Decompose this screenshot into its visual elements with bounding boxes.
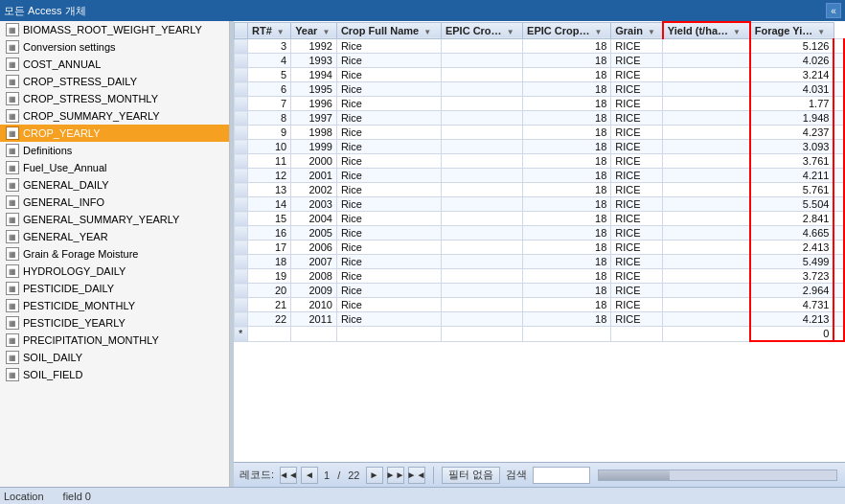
cell-16-8[interactable] — [834, 269, 844, 284]
table-row[interactable]: 112000Rice18RICE3.761 — [235, 154, 845, 169]
cell-3-5[interactable]: RICE — [611, 82, 663, 97]
cell-11-2[interactable]: Rice — [336, 197, 441, 212]
cell-14-6[interactable] — [663, 241, 750, 255]
sidebar-item-5[interactable]: ▦CROP_SUMMARY_YEARLY — [0, 107, 229, 125]
sidebar-item-17[interactable]: ▦PESTICIDE_YEARLY — [0, 314, 229, 332]
cell-18-1[interactable]: 2010 — [291, 298, 337, 312]
search-input[interactable] — [533, 467, 590, 484]
sidebar-item-9[interactable]: ▦GENERAL_DAILY — [0, 176, 229, 194]
cell-0-5[interactable]: RICE — [611, 39, 663, 54]
new-cell-2[interactable] — [336, 327, 441, 342]
cell-18-7[interactable]: 4.731 — [750, 298, 834, 312]
col-header-3[interactable]: EPIC Cro… ▼ — [441, 22, 522, 39]
cell-4-3[interactable] — [441, 97, 522, 111]
cell-5-1[interactable]: 1997 — [291, 111, 337, 126]
cell-3-7[interactable]: 4.031 — [750, 82, 834, 97]
cell-1-1[interactable]: 1993 — [291, 54, 337, 68]
cell-9-1[interactable]: 2001 — [291, 169, 337, 183]
cell-9-3[interactable] — [441, 169, 522, 183]
cell-3-1[interactable]: 1995 — [291, 82, 337, 97]
table-row[interactable]: 172006Rice18RICE2.413 — [235, 241, 845, 255]
cell-6-7[interactable]: 4.237 — [750, 126, 834, 140]
cell-5-8[interactable] — [834, 111, 844, 126]
cell-19-8[interactable] — [834, 312, 844, 327]
cell-8-5[interactable]: RICE — [611, 154, 663, 169]
cell-12-4[interactable]: 18 — [523, 212, 611, 226]
cell-9-5[interactable]: RICE — [611, 169, 663, 183]
sidebar-item-6[interactable]: ▦CROP_YEARLY — [0, 125, 229, 142]
cell-16-0[interactable]: 19 — [248, 269, 291, 284]
cell-8-4[interactable]: 18 — [523, 154, 611, 169]
cell-4-0[interactable]: 7 — [248, 97, 291, 111]
cell-7-5[interactable]: RICE — [611, 140, 663, 154]
cell-7-7[interactable]: 3.093 — [750, 140, 834, 154]
cell-17-4[interactable]: 18 — [523, 284, 611, 298]
cell-18-5[interactable]: RICE — [611, 298, 663, 312]
cell-2-5[interactable]: RICE — [611, 68, 663, 82]
table-row[interactable]: 152004Rice18RICE2.841 — [235, 212, 845, 226]
cell-9-2[interactable]: Rice — [336, 169, 441, 183]
cell-4-4[interactable]: 18 — [523, 97, 611, 111]
cell-15-2[interactable]: Rice — [336, 255, 441, 269]
cell-8-3[interactable] — [441, 154, 522, 169]
cell-19-0[interactable]: 22 — [248, 312, 291, 327]
new-cell-5[interactable] — [611, 327, 663, 342]
cell-0-6[interactable] — [663, 39, 750, 54]
cell-9-4[interactable]: 18 — [523, 169, 611, 183]
cell-19-7[interactable]: 4.213 — [750, 312, 834, 327]
cell-7-0[interactable]: 10 — [248, 140, 291, 154]
cell-3-0[interactable]: 6 — [248, 82, 291, 97]
cell-17-7[interactable]: 2.964 — [750, 284, 834, 298]
table-row[interactable]: 132002Rice18RICE5.761 — [235, 183, 845, 197]
cell-2-2[interactable]: Rice — [336, 68, 441, 82]
cell-10-4[interactable]: 18 — [523, 183, 611, 197]
cell-8-7[interactable]: 3.761 — [750, 154, 834, 169]
sidebar-item-20[interactable]: ▦SOIL_FIELD — [0, 366, 229, 383]
cell-0-8[interactable] — [834, 39, 844, 54]
cell-13-1[interactable]: 2005 — [291, 226, 337, 241]
horizontal-scrollbar[interactable] — [598, 470, 837, 481]
sidebar-item-7[interactable]: ▦Definitions — [0, 142, 229, 159]
cell-13-2[interactable]: Rice — [336, 226, 441, 241]
cell-5-6[interactable] — [663, 111, 750, 126]
cell-11-7[interactable]: 5.504 — [750, 197, 834, 212]
sidebar-item-4[interactable]: ▦CROP_STRESS_MONTHLY — [0, 90, 229, 107]
nav-new-button[interactable]: ►◄ — [408, 467, 425, 484]
cell-14-1[interactable]: 2006 — [291, 241, 337, 255]
table-row[interactable]: 162005Rice18RICE4.665 — [235, 226, 845, 241]
cell-16-5[interactable]: RICE — [611, 269, 663, 284]
cell-8-0[interactable]: 11 — [248, 154, 291, 169]
col-header-0[interactable]: RT# ▼ — [248, 22, 291, 39]
cell-2-7[interactable]: 3.214 — [750, 68, 834, 82]
cell-2-8[interactable] — [834, 68, 844, 82]
cell-13-3[interactable] — [441, 226, 522, 241]
cell-0-0[interactable]: 3 — [248, 39, 291, 54]
cell-14-7[interactable]: 2.413 — [750, 241, 834, 255]
cell-19-4[interactable]: 18 — [523, 312, 611, 327]
cell-1-2[interactable]: Rice — [336, 54, 441, 68]
cell-7-8[interactable] — [834, 140, 844, 154]
cell-5-4[interactable]: 18 — [523, 111, 611, 126]
cell-18-4[interactable]: 18 — [523, 298, 611, 312]
sidebar-item-10[interactable]: ▦GENERAL_INFO — [0, 194, 229, 211]
new-cell-1[interactable] — [291, 327, 337, 342]
cell-15-4[interactable]: 18 — [523, 255, 611, 269]
cell-19-5[interactable]: RICE — [611, 312, 663, 327]
cell-12-6[interactable] — [663, 212, 750, 226]
cell-17-2[interactable]: Rice — [336, 284, 441, 298]
cell-16-1[interactable]: 2008 — [291, 269, 337, 284]
cell-4-8[interactable] — [834, 97, 844, 111]
cell-7-1[interactable]: 1999 — [291, 140, 337, 154]
cell-3-8[interactable] — [834, 82, 844, 97]
sidebar-item-12[interactable]: ▦GENERAL_YEAR — [0, 228, 229, 245]
table-row[interactable]: 182007Rice18RICE5.499 — [235, 255, 845, 269]
cell-14-4[interactable]: 18 — [523, 241, 611, 255]
new-cell-8[interactable] — [834, 327, 844, 342]
new-cell-7[interactable]: 0 — [750, 327, 834, 342]
sidebar-item-13[interactable]: ▦Grain & Forage Moisture — [0, 245, 229, 263]
cell-11-6[interactable] — [663, 197, 750, 212]
cell-11-4[interactable]: 18 — [523, 197, 611, 212]
cell-10-7[interactable]: 5.761 — [750, 183, 834, 197]
cell-7-2[interactable]: Rice — [336, 140, 441, 154]
sidebar-item-0[interactable]: ▦BIOMASS_ROOT_WEIGHT_YEARLY — [0, 21, 229, 38]
